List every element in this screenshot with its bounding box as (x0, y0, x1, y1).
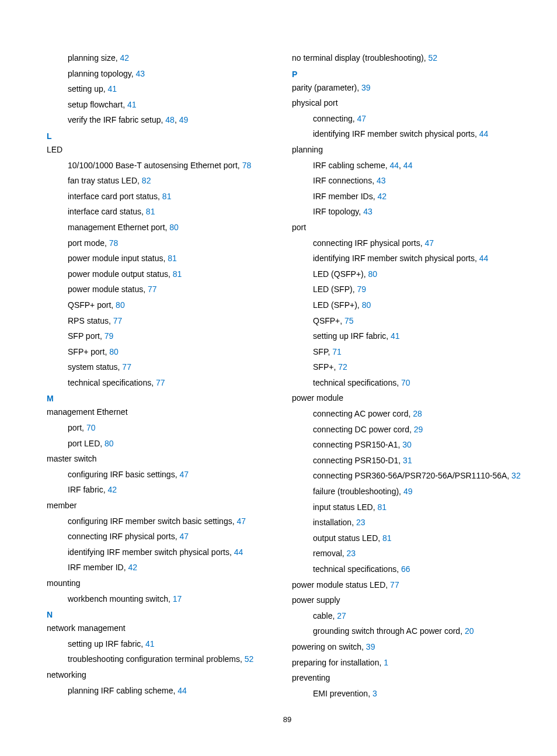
index-page-link[interactable]: 81 (378, 502, 387, 512)
index-page-link[interactable]: 3 (373, 689, 377, 698)
index-page-link[interactable]: 78 (242, 161, 252, 170)
index-page-link[interactable]: 80 (105, 439, 114, 448)
index-page-link[interactable]: 47 (357, 114, 367, 123)
index-page-link[interactable]: 27 (337, 611, 346, 620)
index-page-link[interactable]: 42 (120, 53, 130, 63)
index-entry-text: networking (47, 670, 86, 679)
index-page-link[interactable]: 39 (361, 83, 371, 92)
index-page-link[interactable]: 81 (146, 207, 155, 216)
index-page-link[interactable]: 78 (109, 238, 119, 248)
page-separator: , (175, 115, 179, 124)
index-page-link[interactable]: 43 (377, 176, 386, 185)
index-page-link[interactable]: 81 (173, 269, 182, 279)
index-page-link[interactable]: 17 (173, 594, 182, 604)
index-entry-text: QSFP+, (313, 316, 344, 325)
index-entry: troubleshooting configuration terminal p… (47, 651, 283, 667)
index-page-link[interactable]: 80 (368, 269, 378, 279)
index-page-link[interactable]: 41 (145, 639, 155, 649)
index-page-link[interactable]: 81 (168, 254, 177, 263)
index-page-link[interactable]: 41 (127, 100, 137, 109)
index-page-link[interactable]: 79 (105, 331, 114, 341)
index-page-link[interactable]: 44 (479, 129, 489, 138)
index-page-link[interactable]: 77 (113, 316, 123, 325)
index-entry: verify the IRF fabric setup, 48, 49 (47, 112, 283, 128)
index-page-link[interactable]: 47 (179, 532, 189, 541)
index-page-link[interactable]: 42 (377, 192, 387, 201)
index-entry: networking (47, 667, 283, 683)
index-entry: physical port (292, 95, 528, 111)
index-entry-text: powering on switch, (292, 642, 366, 651)
index-entry-text: system status, (68, 362, 122, 372)
index-page-link[interactable]: 52 (245, 654, 254, 664)
index-page-link[interactable]: 79 (357, 285, 366, 294)
index-page-link[interactable]: 32 (511, 471, 521, 480)
index-page-link[interactable]: 82 (142, 176, 151, 185)
index-entry-text: planning (292, 145, 323, 154)
index-entry: planning IRF cabling scheme, 44 (47, 683, 283, 699)
index-entry: preparing for installation, 1 (292, 655, 528, 671)
index-entry-text: power module output status, (68, 269, 173, 279)
index-page-link[interactable]: 66 (401, 564, 410, 574)
index-page-link[interactable]: 41 (108, 84, 117, 93)
index-page-link[interactable]: 80 (109, 347, 119, 356)
index-page-link[interactable]: 42 (128, 563, 137, 572)
index-entry-text: physical port (292, 98, 338, 107)
index-entry-text: LED (SFP), (313, 285, 357, 294)
index-page-link[interactable]: 70 (401, 378, 410, 387)
index-page-link[interactable]: 41 (391, 331, 400, 341)
index-page-link[interactable]: 80 (169, 223, 179, 232)
index-page-link[interactable]: 23 (356, 518, 365, 527)
index-page-link[interactable]: 39 (366, 642, 375, 651)
index-entry: RPS status, 77 (47, 313, 283, 329)
index-page-link[interactable]: 44 (390, 161, 399, 170)
index-page-link[interactable]: 71 (332, 347, 342, 356)
index-entry: IRF member ID, 42 (47, 560, 283, 575)
index-entry-text: connecting IRF physical ports, (68, 532, 179, 541)
index-page-link[interactable]: 28 (413, 409, 422, 418)
index-page-link[interactable]: 49 (403, 487, 413, 496)
index-page-link[interactable]: 42 (107, 485, 117, 494)
index-page-link[interactable]: 70 (86, 423, 96, 432)
index-page-link[interactable]: 29 (414, 425, 423, 434)
index-page-link[interactable]: 48 (165, 115, 175, 124)
index-page-link[interactable]: 30 (402, 440, 412, 449)
index-entry-text: LED (47, 145, 62, 154)
index-page-link[interactable]: 44 (177, 686, 187, 695)
index-page-link[interactable]: 43 (136, 69, 145, 78)
index-page-link[interactable]: 44 (479, 254, 489, 263)
index-page-link[interactable]: 23 (347, 549, 356, 558)
index-page-link[interactable]: 81 (382, 533, 392, 543)
index-entry-text: power module status, (68, 285, 148, 294)
index-entry-text: input status LED, (313, 502, 378, 512)
index-entry: powering on switch, 39 (292, 639, 528, 655)
index-entry-text: configuring IRF member switch basic sett… (68, 516, 236, 526)
index-page-link[interactable]: 80 (362, 300, 371, 310)
index-page-link[interactable]: 80 (116, 300, 125, 310)
index-page-link[interactable]: 77 (148, 285, 157, 294)
index-page-link[interactable]: 77 (156, 378, 165, 387)
index-entry-text: RPS status, (68, 316, 113, 325)
index-page-link[interactable]: 47 (236, 516, 246, 526)
index-entry-text: planning IRF cabling scheme, (68, 686, 177, 695)
index-page-link[interactable]: 77 (390, 580, 399, 589)
index-page-link[interactable]: 47 (424, 238, 434, 248)
index-entry-text: port (292, 223, 306, 232)
index-page-link[interactable]: 31 (403, 456, 412, 465)
index-page-link[interactable]: 81 (162, 192, 172, 201)
index-page-link[interactable]: 20 (465, 626, 474, 636)
index-page-link[interactable]: 75 (344, 316, 354, 325)
index-page-link[interactable]: 77 (122, 362, 131, 372)
index-entry-text: SFP, (313, 347, 332, 356)
index-entry: QSFP+ port, 80 (47, 297, 283, 313)
index-entry: configuring IRF basic settings, 47 (47, 467, 283, 483)
index-page-link[interactable]: 44 (403, 161, 413, 170)
index-page-link[interactable]: 1 (384, 658, 388, 667)
index-page-link[interactable]: 52 (428, 53, 437, 63)
index-page-link[interactable]: 44 (234, 547, 243, 557)
index-entry: configuring IRF member switch basic sett… (47, 514, 283, 529)
index-page-link[interactable]: 72 (338, 362, 347, 372)
index-page-link[interactable]: 47 (179, 470, 189, 479)
index-page-link[interactable]: 49 (179, 115, 189, 124)
index-page-link[interactable]: 43 (363, 207, 373, 216)
index-entry-text: no terminal display (troubleshooting), (292, 53, 428, 63)
